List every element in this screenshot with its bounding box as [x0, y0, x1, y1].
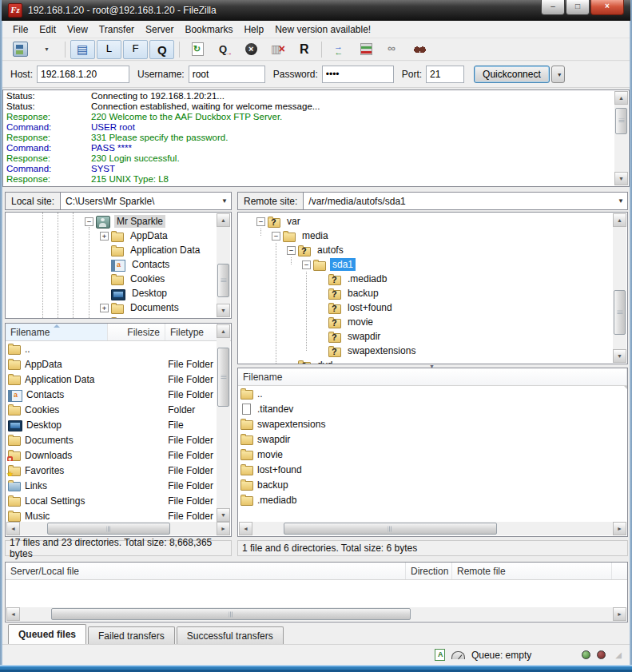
menu-item-bookmarks[interactable]: Bookmarks [179, 22, 238, 37]
scroll-left-arrow[interactable]: ◄ [6, 607, 20, 621]
tab-queued-files[interactable]: Queued files [8, 624, 86, 644]
toggle-queue-button[interactable] [149, 40, 174, 59]
tree-expander[interactable]: + [100, 232, 109, 241]
disconnect-button[interactable] [265, 40, 290, 59]
host-input[interactable] [37, 66, 129, 83]
tab-failed-transfers[interactable]: Failed transfers [88, 626, 175, 644]
tree-item-var[interactable]: −var [238, 214, 613, 229]
local-site-path[interactable]: C:\Users\Mr Sparkle\ [61, 193, 218, 209]
site-manager-button[interactable] [7, 40, 34, 59]
file-row-local-settings[interactable]: Local SettingsFile Folder [6, 493, 217, 508]
file-row-cookies[interactable]: CookiesFolder [6, 402, 217, 417]
remote-site-path[interactable]: /var/media/autofs/sda1 [304, 193, 614, 209]
process-queue-button[interactable] [213, 40, 237, 59]
directory-comparison-button[interactable] [353, 40, 380, 59]
scroll-thumb[interactable] [217, 264, 229, 298]
site-manager-dropdown[interactable] [35, 40, 60, 59]
menu-item-help[interactable]: Help [238, 22, 269, 37]
scroll-thumb[interactable] [47, 523, 170, 535]
file-row-lost-found[interactable]: lost+found [238, 462, 627, 477]
tree-item-sda1[interactable]: −sda1 [238, 257, 613, 272]
file-row-links[interactable]: LinksFile Folder [6, 478, 217, 493]
column-header-filename[interactable]: Filename [238, 368, 627, 385]
menu-item-view[interactable]: View [62, 22, 93, 37]
file-row-downloads[interactable]: DownloadsFile Folder [6, 447, 217, 463]
scroll-right-arrow[interactable]: ► [217, 522, 230, 535]
file-row-titandev[interactable]: .titandev [238, 401, 627, 416]
cancel-operation-button[interactable] [239, 40, 264, 59]
tree-expander[interactable]: − [272, 232, 280, 241]
tree-item-appdata[interactable]: +AppData [6, 229, 217, 243]
tree-item-mr-sparkle[interactable]: −Mr Sparkle [6, 214, 217, 229]
tree-item-application-data[interactable]: Application Data [6, 243, 217, 257]
tree-expander[interactable]: − [256, 217, 265, 226]
quickconnect-button[interactable]: Quickconnect [474, 66, 550, 83]
file-row-[interactable]: .. [6, 341, 217, 356]
file-row-application-data[interactable]: Application DataFile Folder [6, 372, 217, 387]
tree-item-documents[interactable]: +Documents [6, 300, 217, 315]
scroll-thumb[interactable] [51, 608, 411, 620]
file-row-favorites[interactable]: FavoritesFile Folder [6, 463, 217, 478]
tree-expander[interactable]: + [100, 318, 109, 319]
tree-item-lost-found[interactable]: lost+found [238, 300, 613, 315]
tree-item-media[interactable]: −media [238, 229, 613, 243]
file-row-desktop[interactable]: DesktopFile [6, 417, 217, 432]
resize-grip[interactable]: ◢ [615, 650, 622, 659]
tree-item-mediadb[interactable]: .mediadb [238, 272, 613, 286]
menu-item-transfer[interactable]: Transfer [93, 22, 140, 37]
local-site-dropdown-icon[interactable]: ▼ [218, 193, 231, 209]
tree-item-downloads[interactable]: +Downloads [6, 315, 217, 318]
queue-column-header-remote-file[interactable]: Remote file [452, 563, 612, 579]
local-tree-scrollbar[interactable]: ▲▼ [217, 213, 230, 317]
toggle-local-tree-button[interactable] [97, 40, 121, 59]
maximize-button[interactable]: □ [566, 0, 590, 15]
tree-item-cookies[interactable]: Cookies [6, 272, 217, 286]
scroll-thumb[interactable] [614, 290, 626, 335]
synchronized-browsing-button[interactable] [381, 40, 406, 59]
tree-item-dvd[interactable]: dvd [238, 358, 613, 364]
scroll-up-arrow[interactable]: ▲ [614, 91, 628, 105]
queue-column-header-direction[interactable]: Direction [406, 563, 452, 579]
find-files-button[interactable] [407, 40, 432, 59]
username-input[interactable] [189, 66, 265, 83]
tree-item-swapextensions[interactable]: swapextensions [238, 344, 613, 358]
queue-hscrollbar[interactable]: ◄► [6, 607, 626, 621]
password-input[interactable] [322, 66, 394, 83]
tree-item-autofs[interactable]: −autofs [238, 243, 613, 257]
column-header-filesize[interactable]: Filesize [108, 324, 165, 340]
file-row-swapdir[interactable]: swapdir [238, 431, 627, 447]
scroll-down-arrow[interactable]: ▼ [614, 172, 628, 185]
tree-expander[interactable]: − [302, 260, 311, 269]
tree-item-desktop[interactable]: Desktop [6, 286, 217, 300]
tree-item-swapdir[interactable]: swapdir [238, 329, 613, 344]
menu-item-edit[interactable]: Edit [34, 22, 62, 37]
file-row-appdata[interactable]: AppDataFile Folder [6, 356, 217, 372]
tree-expander[interactable]: − [85, 217, 93, 226]
menu-item-file[interactable]: File [7, 22, 34, 37]
tree-item-contacts[interactable]: Contacts [6, 257, 217, 272]
scroll-thumb[interactable] [217, 348, 229, 407]
scroll-up-arrow[interactable]: ▲ [613, 213, 626, 227]
toggle-message-log-button[interactable] [70, 40, 95, 59]
queue-column-header-server-local-file[interactable]: Server/Local file [6, 563, 406, 579]
scroll-down-arrow[interactable]: ▼ [613, 349, 626, 363]
file-row-documents[interactable]: DocumentsFile Folder [6, 432, 217, 447]
message-log-scrollbar[interactable]: ▲▼ [614, 91, 628, 185]
scroll-right-arrow[interactable]: ► [613, 607, 626, 621]
panel-collapse-arrow[interactable]: ▼ [429, 364, 435, 369]
port-input[interactable] [426, 66, 464, 83]
scroll-down-arrow[interactable]: ▼ [217, 508, 230, 522]
file-row-[interactable]: .. [238, 386, 627, 401]
scroll-down-arrow[interactable]: ▼ [217, 304, 230, 317]
toggle-remote-tree-button[interactable] [123, 40, 148, 59]
tab-successful-transfers[interactable]: Successful transfers [177, 626, 284, 644]
close-button[interactable]: × [590, 0, 624, 15]
file-row-backup[interactable]: backup [238, 477, 627, 492]
remote-site-dropdown-icon[interactable]: ▼ [614, 193, 627, 209]
file-row-contacts[interactable]: ContactsFile Folder [6, 387, 217, 402]
file-row-movie[interactable]: movie [238, 447, 627, 462]
remote-tree-scrollbar[interactable]: ▲▼ [613, 213, 626, 363]
local-list-hscrollbar[interactable]: ◄► [6, 522, 230, 535]
tree-expander[interactable]: − [287, 246, 296, 255]
menu-item-new-version-available[interactable]: New version available! [269, 22, 376, 37]
